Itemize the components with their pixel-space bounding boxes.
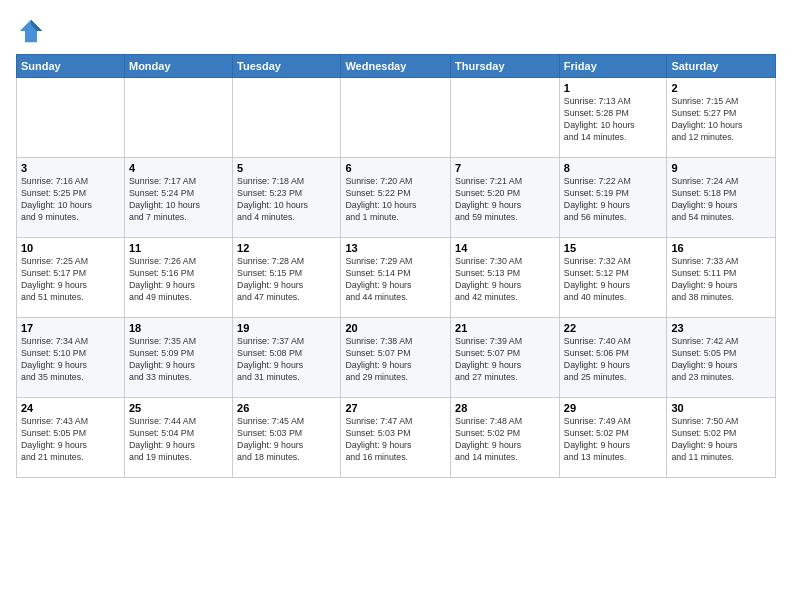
day-info: Sunrise: 7:42 AM Sunset: 5:05 PM Dayligh… xyxy=(671,336,771,384)
calendar-cell: 27Sunrise: 7:47 AM Sunset: 5:03 PM Dayli… xyxy=(341,398,451,478)
day-number: 28 xyxy=(455,402,555,414)
week-row-1: 1Sunrise: 7:13 AM Sunset: 5:28 PM Daylig… xyxy=(17,78,776,158)
calendar-cell: 13Sunrise: 7:29 AM Sunset: 5:14 PM Dayli… xyxy=(341,238,451,318)
day-info: Sunrise: 7:43 AM Sunset: 5:05 PM Dayligh… xyxy=(21,416,120,464)
day-info: Sunrise: 7:13 AM Sunset: 5:28 PM Dayligh… xyxy=(564,96,663,144)
calendar-cell: 7Sunrise: 7:21 AM Sunset: 5:20 PM Daylig… xyxy=(451,158,560,238)
calendar-cell: 30Sunrise: 7:50 AM Sunset: 5:02 PM Dayli… xyxy=(667,398,776,478)
day-number: 25 xyxy=(129,402,228,414)
header-row: SundayMondayTuesdayWednesdayThursdayFrid… xyxy=(17,55,776,78)
calendar-cell: 11Sunrise: 7:26 AM Sunset: 5:16 PM Dayli… xyxy=(124,238,232,318)
calendar-cell: 28Sunrise: 7:48 AM Sunset: 5:02 PM Dayli… xyxy=(451,398,560,478)
day-info: Sunrise: 7:35 AM Sunset: 5:09 PM Dayligh… xyxy=(129,336,228,384)
day-info: Sunrise: 7:16 AM Sunset: 5:25 PM Dayligh… xyxy=(21,176,120,224)
day-info: Sunrise: 7:24 AM Sunset: 5:18 PM Dayligh… xyxy=(671,176,771,224)
calendar-cell: 29Sunrise: 7:49 AM Sunset: 5:02 PM Dayli… xyxy=(559,398,667,478)
calendar-cell: 3Sunrise: 7:16 AM Sunset: 5:25 PM Daylig… xyxy=(17,158,125,238)
day-info: Sunrise: 7:48 AM Sunset: 5:02 PM Dayligh… xyxy=(455,416,555,464)
calendar-cell xyxy=(341,78,451,158)
calendar-cell: 19Sunrise: 7:37 AM Sunset: 5:08 PM Dayli… xyxy=(233,318,341,398)
header xyxy=(16,16,776,46)
day-info: Sunrise: 7:17 AM Sunset: 5:24 PM Dayligh… xyxy=(129,176,228,224)
day-number: 17 xyxy=(21,322,120,334)
calendar-cell xyxy=(451,78,560,158)
calendar-cell: 1Sunrise: 7:13 AM Sunset: 5:28 PM Daylig… xyxy=(559,78,667,158)
calendar-cell xyxy=(233,78,341,158)
day-number: 2 xyxy=(671,82,771,94)
day-number: 21 xyxy=(455,322,555,334)
day-info: Sunrise: 7:49 AM Sunset: 5:02 PM Dayligh… xyxy=(564,416,663,464)
calendar-cell: 9Sunrise: 7:24 AM Sunset: 5:18 PM Daylig… xyxy=(667,158,776,238)
day-number: 20 xyxy=(345,322,446,334)
week-row-2: 3Sunrise: 7:16 AM Sunset: 5:25 PM Daylig… xyxy=(17,158,776,238)
day-number: 16 xyxy=(671,242,771,254)
day-number: 23 xyxy=(671,322,771,334)
day-info: Sunrise: 7:22 AM Sunset: 5:19 PM Dayligh… xyxy=(564,176,663,224)
day-info: Sunrise: 7:37 AM Sunset: 5:08 PM Dayligh… xyxy=(237,336,336,384)
calendar-cell: 4Sunrise: 7:17 AM Sunset: 5:24 PM Daylig… xyxy=(124,158,232,238)
day-info: Sunrise: 7:18 AM Sunset: 5:23 PM Dayligh… xyxy=(237,176,336,224)
day-number: 7 xyxy=(455,162,555,174)
day-info: Sunrise: 7:30 AM Sunset: 5:13 PM Dayligh… xyxy=(455,256,555,304)
day-info: Sunrise: 7:20 AM Sunset: 5:22 PM Dayligh… xyxy=(345,176,446,224)
day-number: 6 xyxy=(345,162,446,174)
calendar-cell: 15Sunrise: 7:32 AM Sunset: 5:12 PM Dayli… xyxy=(559,238,667,318)
day-number: 5 xyxy=(237,162,336,174)
day-number: 15 xyxy=(564,242,663,254)
calendar-cell xyxy=(124,78,232,158)
day-number: 10 xyxy=(21,242,120,254)
day-number: 19 xyxy=(237,322,336,334)
calendar-cell: 5Sunrise: 7:18 AM Sunset: 5:23 PM Daylig… xyxy=(233,158,341,238)
day-number: 14 xyxy=(455,242,555,254)
day-header-thursday: Thursday xyxy=(451,55,560,78)
day-number: 22 xyxy=(564,322,663,334)
calendar-cell: 2Sunrise: 7:15 AM Sunset: 5:27 PM Daylig… xyxy=(667,78,776,158)
logo xyxy=(16,16,50,46)
day-header-monday: Monday xyxy=(124,55,232,78)
day-info: Sunrise: 7:32 AM Sunset: 5:12 PM Dayligh… xyxy=(564,256,663,304)
day-number: 4 xyxy=(129,162,228,174)
day-number: 29 xyxy=(564,402,663,414)
week-row-5: 24Sunrise: 7:43 AM Sunset: 5:05 PM Dayli… xyxy=(17,398,776,478)
day-header-friday: Friday xyxy=(559,55,667,78)
day-number: 30 xyxy=(671,402,771,414)
calendar-cell: 8Sunrise: 7:22 AM Sunset: 5:19 PM Daylig… xyxy=(559,158,667,238)
calendar-cell: 14Sunrise: 7:30 AM Sunset: 5:13 PM Dayli… xyxy=(451,238,560,318)
day-info: Sunrise: 7:39 AM Sunset: 5:07 PM Dayligh… xyxy=(455,336,555,384)
day-number: 12 xyxy=(237,242,336,254)
day-info: Sunrise: 7:47 AM Sunset: 5:03 PM Dayligh… xyxy=(345,416,446,464)
day-info: Sunrise: 7:34 AM Sunset: 5:10 PM Dayligh… xyxy=(21,336,120,384)
day-info: Sunrise: 7:15 AM Sunset: 5:27 PM Dayligh… xyxy=(671,96,771,144)
day-info: Sunrise: 7:21 AM Sunset: 5:20 PM Dayligh… xyxy=(455,176,555,224)
calendar-cell: 26Sunrise: 7:45 AM Sunset: 5:03 PM Dayli… xyxy=(233,398,341,478)
day-number: 26 xyxy=(237,402,336,414)
day-number: 18 xyxy=(129,322,228,334)
day-number: 3 xyxy=(21,162,120,174)
day-info: Sunrise: 7:45 AM Sunset: 5:03 PM Dayligh… xyxy=(237,416,336,464)
page: SundayMondayTuesdayWednesdayThursdayFrid… xyxy=(0,0,792,612)
calendar-cell: 18Sunrise: 7:35 AM Sunset: 5:09 PM Dayli… xyxy=(124,318,232,398)
calendar-cell: 24Sunrise: 7:43 AM Sunset: 5:05 PM Dayli… xyxy=(17,398,125,478)
calendar-cell: 20Sunrise: 7:38 AM Sunset: 5:07 PM Dayli… xyxy=(341,318,451,398)
calendar-cell: 6Sunrise: 7:20 AM Sunset: 5:22 PM Daylig… xyxy=(341,158,451,238)
week-row-3: 10Sunrise: 7:25 AM Sunset: 5:17 PM Dayli… xyxy=(17,238,776,318)
day-info: Sunrise: 7:29 AM Sunset: 5:14 PM Dayligh… xyxy=(345,256,446,304)
day-info: Sunrise: 7:33 AM Sunset: 5:11 PM Dayligh… xyxy=(671,256,771,304)
day-number: 11 xyxy=(129,242,228,254)
day-header-saturday: Saturday xyxy=(667,55,776,78)
day-number: 24 xyxy=(21,402,120,414)
day-number: 1 xyxy=(564,82,663,94)
day-info: Sunrise: 7:26 AM Sunset: 5:16 PM Dayligh… xyxy=(129,256,228,304)
day-info: Sunrise: 7:44 AM Sunset: 5:04 PM Dayligh… xyxy=(129,416,228,464)
logo-icon xyxy=(16,16,46,46)
calendar-cell: 17Sunrise: 7:34 AM Sunset: 5:10 PM Dayli… xyxy=(17,318,125,398)
calendar-cell: 23Sunrise: 7:42 AM Sunset: 5:05 PM Dayli… xyxy=(667,318,776,398)
day-info: Sunrise: 7:38 AM Sunset: 5:07 PM Dayligh… xyxy=(345,336,446,384)
calendar-cell: 25Sunrise: 7:44 AM Sunset: 5:04 PM Dayli… xyxy=(124,398,232,478)
day-info: Sunrise: 7:28 AM Sunset: 5:15 PM Dayligh… xyxy=(237,256,336,304)
calendar-cell: 22Sunrise: 7:40 AM Sunset: 5:06 PM Dayli… xyxy=(559,318,667,398)
week-row-4: 17Sunrise: 7:34 AM Sunset: 5:10 PM Dayli… xyxy=(17,318,776,398)
day-number: 8 xyxy=(564,162,663,174)
day-header-wednesday: Wednesday xyxy=(341,55,451,78)
day-header-tuesday: Tuesday xyxy=(233,55,341,78)
